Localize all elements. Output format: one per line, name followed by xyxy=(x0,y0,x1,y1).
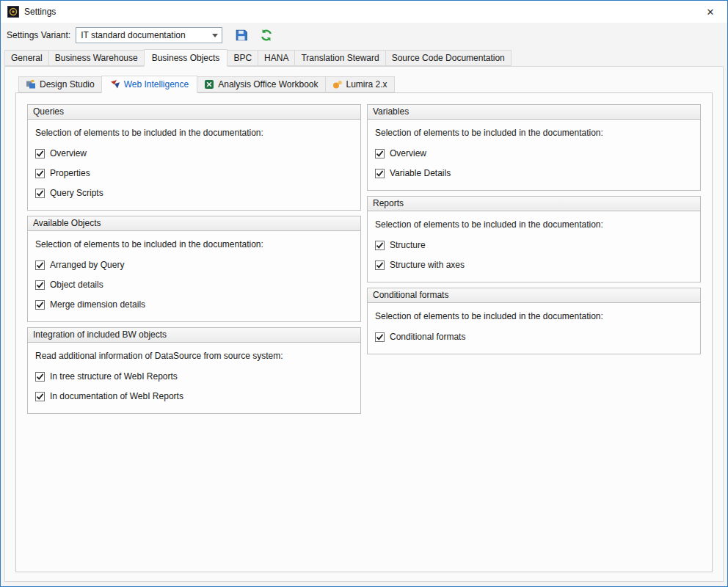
settings-window: Settings ✕ Settings Variant: IT standard… xyxy=(0,0,728,587)
checkbox-query-scripts[interactable]: Query Scripts xyxy=(35,188,353,198)
left-column: Queries Selection of elements to be incl… xyxy=(27,104,361,414)
checkbox-box[interactable] xyxy=(35,189,45,198)
checkbox-label: In tree structure of WebI Reports xyxy=(50,371,178,382)
checkbox-box[interactable] xyxy=(35,260,45,270)
group-body: Selection of elements to be included in … xyxy=(367,303,701,354)
group-available-objects: Available Objects Selection of elements … xyxy=(27,216,361,322)
chevron-down-icon[interactable] xyxy=(208,28,222,43)
checkbox-label: Arranged by Query xyxy=(50,260,124,270)
group-title: Queries xyxy=(33,106,64,117)
check-icon xyxy=(36,189,44,197)
checkbox-box[interactable] xyxy=(35,149,45,158)
checkbox-label: Variable Details xyxy=(390,168,451,178)
variant-label: Settings Variant: xyxy=(7,30,70,40)
variant-value: IT standard documentation xyxy=(81,30,208,40)
group-header: Available Objects xyxy=(27,216,361,231)
checkbox-box[interactable] xyxy=(375,332,385,342)
check-icon xyxy=(36,393,44,401)
group-description: Selection of elements to be included in … xyxy=(375,219,693,230)
right-column: Variables Selection of elements to be in… xyxy=(367,104,701,354)
subtab-web-intelligence[interactable]: Web Intelligence xyxy=(101,76,198,93)
group-variables: Variables Selection of elements to be in… xyxy=(367,104,701,191)
subtab-lumira[interactable]: Lumira 2.x xyxy=(325,76,395,92)
tab-translation-steward[interactable]: Translation Steward xyxy=(294,50,385,66)
checkbox-object-details[interactable]: Object details xyxy=(35,280,353,290)
group-description: Selection of elements to be included in … xyxy=(375,128,693,138)
checkbox-box[interactable] xyxy=(35,300,45,310)
close-button[interactable]: ✕ xyxy=(694,1,727,23)
app-icon xyxy=(7,6,19,18)
checkbox-arranged-by-query[interactable]: Arranged by Query xyxy=(35,260,353,270)
checkbox-label: Query Scripts xyxy=(50,188,103,198)
checkbox-box[interactable] xyxy=(35,169,45,178)
tab-hana[interactable]: HANA xyxy=(258,50,295,66)
tab-bpc[interactable]: BPC xyxy=(227,50,258,66)
checkbox-label: Overview xyxy=(390,148,426,158)
checkbox-label: Conditional formats xyxy=(390,332,465,342)
group-body: Selection of elements to be included in … xyxy=(27,231,361,322)
checkbox-box[interactable] xyxy=(35,392,45,401)
refresh-icon xyxy=(260,29,273,42)
checkbox-label: In documentation of WebI Reports xyxy=(50,391,183,401)
checkbox-box[interactable] xyxy=(35,372,45,382)
subtab-label: Design Studio xyxy=(40,79,95,90)
checkbox-properties[interactable]: Properties xyxy=(35,168,353,178)
checkbox-variables-overview[interactable]: Overview xyxy=(375,148,693,158)
group-body: Selection of elements to be included in … xyxy=(27,120,361,211)
group-body: Read additional information of DataSourc… xyxy=(27,343,361,414)
subtab-label: Lumira 2.x xyxy=(346,79,387,90)
checkbox-tree-structure-webi-reports[interactable]: In tree structure of WebI Reports xyxy=(35,371,353,382)
group-description: Read additional information of DataSourc… xyxy=(35,351,353,361)
group-title: Integration of included BW objects xyxy=(33,329,167,340)
subtab-label: Analysis Office Workbook xyxy=(218,79,318,90)
variant-toolbar: Settings Variant: IT standard documentat… xyxy=(1,23,727,48)
group-title: Available Objects xyxy=(33,218,101,228)
check-icon xyxy=(36,150,44,158)
checkbox-merge-dimension-details[interactable]: Merge dimension details xyxy=(35,299,353,310)
checkbox-label: Structure xyxy=(390,240,426,250)
subtab-design-studio[interactable]: Design Studio xyxy=(18,76,102,92)
design-studio-icon xyxy=(26,79,36,90)
checkbox-box[interactable] xyxy=(35,280,45,290)
save-icon xyxy=(235,29,248,42)
group-title: Reports xyxy=(373,198,404,208)
tab-general[interactable]: General xyxy=(4,50,49,66)
group-description: Selection of elements to be included in … xyxy=(375,311,693,321)
checkbox-box[interactable] xyxy=(375,149,385,158)
refresh-button[interactable] xyxy=(258,26,275,44)
check-icon xyxy=(376,150,384,158)
checkbox-box[interactable] xyxy=(375,260,385,270)
save-button[interactable] xyxy=(233,26,250,44)
checkbox-structure-with-axes[interactable]: Structure with axes xyxy=(375,260,693,270)
check-icon xyxy=(36,261,44,269)
checkbox-label: Object details xyxy=(50,280,103,290)
checkbox-documentation-webi-reports[interactable]: In documentation of WebI Reports xyxy=(35,391,353,401)
group-reports: Reports Selection of elements to be incl… xyxy=(367,196,701,282)
main-tab-strip: General Business Warehouse Business Obje… xyxy=(1,49,727,66)
settings-variant-select[interactable]: IT standard documentation xyxy=(76,27,222,43)
checkbox-box[interactable] xyxy=(375,241,385,250)
checkbox-conditional-formats[interactable]: Conditional formats xyxy=(375,332,693,342)
tab-business-objects[interactable]: Business Objects xyxy=(144,49,228,67)
checkbox-label: Properties xyxy=(50,168,90,178)
business-objects-panel: Design Studio Web Intelligence Analysis … xyxy=(4,66,724,582)
group-header: Conditional formats xyxy=(367,288,701,303)
group-integration-bw-objects: Integration of included BW objects Read … xyxy=(27,327,361,414)
checkbox-label: Merge dimension details xyxy=(50,299,145,310)
group-header: Integration of included BW objects xyxy=(27,327,361,343)
subtab-analysis-office-workbook[interactable]: Analysis Office Workbook xyxy=(197,76,325,92)
analysis-office-workbook-icon xyxy=(204,79,214,90)
check-icon xyxy=(376,169,384,178)
group-conditional-formats: Conditional formats Selection of element… xyxy=(367,288,701,354)
checkbox-box[interactable] xyxy=(375,169,385,178)
checkbox-overview[interactable]: Overview xyxy=(35,148,353,158)
checkbox-structure[interactable]: Structure xyxy=(375,240,693,250)
group-header: Variables xyxy=(367,104,701,120)
checkbox-variable-details[interactable]: Variable Details xyxy=(375,168,693,178)
check-icon xyxy=(376,333,384,341)
tab-source-code-documentation[interactable]: Source Code Documentation xyxy=(385,50,512,66)
checkbox-label: Structure with axes xyxy=(390,260,465,270)
group-description: Selection of elements to be included in … xyxy=(35,239,353,249)
tab-business-warehouse[interactable]: Business Warehouse xyxy=(48,50,145,66)
check-icon xyxy=(36,281,44,289)
